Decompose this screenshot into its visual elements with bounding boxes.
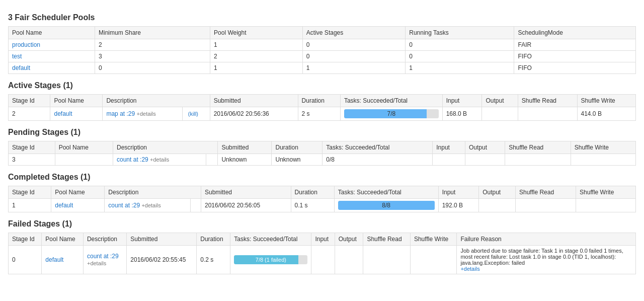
shuffle-write-cell <box>576 199 636 212</box>
details-text[interactable]: +details <box>150 157 169 163</box>
description-link[interactable]: count at :29 <box>87 253 119 260</box>
output-cell <box>465 154 505 166</box>
col-pool-name: Pool Name <box>55 141 113 154</box>
shuffle-write-cell <box>571 154 635 166</box>
input-cell: 192.0 B <box>438 199 478 212</box>
col-pool-weight: Pool Weight <box>210 27 303 39</box>
col-submitted: Submitted <box>127 233 197 246</box>
active-stages-title: Active Stages (1) <box>8 81 636 90</box>
details-link-text[interactable]: +details <box>137 111 156 117</box>
stage-id-cell: 1 <box>9 199 51 212</box>
col-input: Input <box>438 186 478 199</box>
col-scheduling-mode: SchedulingMode <box>514 27 636 39</box>
col-tasks: Tasks: Succeeded/Total <box>230 233 311 246</box>
details-text[interactable]: +details <box>141 202 160 208</box>
col-duration: Duration <box>197 233 230 246</box>
pool-name-link[interactable]: production <box>12 41 40 48</box>
progress-bar-label: 8/8 <box>338 201 435 210</box>
page-title: 3 Fair Scheduler Pools <box>8 13 636 22</box>
pool-link[interactable]: default <box>54 110 72 117</box>
progress-bar-label: 7/8 (1 failed) <box>234 255 307 264</box>
pool-weight-cell: 1 <box>210 39 303 51</box>
col-stage-id: Stage Id <box>9 141 55 154</box>
col-tasks: Tasks: Succeeded/Total <box>340 95 442 107</box>
col-shuffle-read: Shuffle Read <box>363 233 411 246</box>
running-tasks-cell: 0 <box>406 51 514 62</box>
description-cell: map at :29 +details <box>103 107 182 121</box>
shuffle-read-cell <box>518 107 577 121</box>
col-stage-id: Stage Id <box>9 95 50 107</box>
pending-stages-table: Stage Id Pool Name Description Submitted… <box>8 141 636 166</box>
running-tasks-cell: 0 <box>406 39 514 51</box>
pool-name-cell: test <box>9 51 95 62</box>
pool-name-cell: default <box>51 199 105 212</box>
col-shuffle-read: Shuffle Read <box>505 141 571 154</box>
pools-table: Pool Name Minimum Share Pool Weight Acti… <box>8 26 636 74</box>
shuffle-read-cell <box>363 246 411 274</box>
col-description: Description <box>113 141 218 154</box>
col-shuffle-write: Shuffle Write <box>410 233 457 246</box>
pool-link[interactable]: default <box>55 202 73 209</box>
col-tasks: Tasks: Succeeded/Total <box>334 186 438 199</box>
failed-stages-table: Stage Id Pool Name Description Submitted… <box>8 233 636 274</box>
description-cell: count at :29 +details <box>105 199 190 212</box>
failure-details-link[interactable]: +details <box>460 266 479 272</box>
active-stages-cell: 1 <box>302 62 405 74</box>
col-shuffle-write: Shuffle Write <box>576 186 636 199</box>
description-link[interactable]: count at :29 <box>117 156 148 163</box>
description-cell: count at :29 +details <box>113 154 206 166</box>
pool-name-cell: default <box>50 107 103 121</box>
stage-id-cell: 0 <box>9 246 42 274</box>
tasks-cell: 0/8 <box>323 154 433 166</box>
completed-stages-title: Completed Stages (1) <box>8 173 636 182</box>
col-pool-name: Pool Name <box>50 95 103 107</box>
active-stages-table: Stage Id Pool Name Description Submitted… <box>8 94 636 121</box>
pool-weight-cell: 2 <box>210 51 303 62</box>
tasks-cell: 8/8 <box>334 199 438 212</box>
shuffle-write-cell <box>410 246 457 274</box>
active-stages-cell: 0 <box>302 39 405 51</box>
progress-bar-label: 7/8 <box>344 109 439 118</box>
col-stage-id: Stage Id <box>9 186 51 199</box>
shuffle-read-cell <box>515 199 576 212</box>
col-shuffle-write: Shuffle Write <box>577 95 635 107</box>
col-pool-name: Pool Name <box>9 27 95 39</box>
stage-id-cell: 3 <box>9 154 55 166</box>
pool-name-link[interactable]: test <box>12 53 22 60</box>
col-shuffle-write: Shuffle Write <box>571 141 635 154</box>
progress-bar-bg: 7/8 <box>344 109 439 118</box>
col-description: Description <box>83 233 126 246</box>
pool-name-cell: production <box>9 39 95 51</box>
col-description: Description <box>105 186 201 199</box>
col-failure-reason: Failure Reason <box>457 233 636 246</box>
stage-id-cell: 2 <box>9 107 50 121</box>
pool-link[interactable]: default <box>45 256 63 263</box>
col-input: Input <box>442 95 482 107</box>
table-row: 0 default count at :29+details 2016/06/0… <box>9 246 636 274</box>
col-description: Description <box>103 95 210 107</box>
running-tasks-cell: 1 <box>406 62 514 74</box>
input-cell <box>311 246 335 274</box>
tasks-cell: 7/8 (1 failed) <box>230 246 311 274</box>
min-share-cell: 2 <box>95 39 210 51</box>
col-output: Output <box>482 95 518 107</box>
col-submitted: Submitted <box>201 186 291 199</box>
col-duration: Duration <box>272 141 323 154</box>
col-submitted: Submitted <box>218 141 272 154</box>
col-duration: Duration <box>291 186 334 199</box>
pool-name-link[interactable]: default <box>12 64 30 71</box>
duration-cell: 2 s <box>298 107 340 121</box>
col-input: Input <box>311 233 335 246</box>
submitted-cell: 2016/06/02 20:55:45 <box>127 246 197 274</box>
details-text[interactable]: +details <box>87 260 106 266</box>
description-link[interactable]: count at :29 <box>108 202 140 209</box>
col-pool-name: Pool Name <box>42 233 84 246</box>
pool-weight-cell: 1 <box>210 62 303 74</box>
col-shuffle-read: Shuffle Read <box>518 95 577 107</box>
col-stage-id: Stage Id <box>9 233 42 246</box>
description-cell: count at :29+details <box>83 246 126 274</box>
description-link[interactable]: map at :29 <box>106 110 135 117</box>
pool-name-cell <box>55 154 113 166</box>
table-row: test 3 2 0 0 FIFO <box>9 51 636 62</box>
kill-link[interactable]: (kill) <box>188 111 198 117</box>
